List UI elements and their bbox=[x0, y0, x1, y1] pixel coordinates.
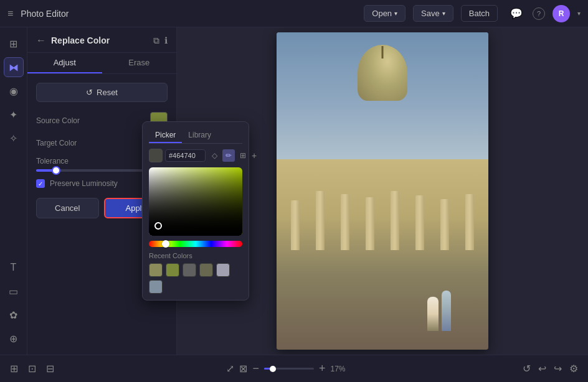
hue-slider[interactable] bbox=[149, 241, 242, 247]
source-color-label: Source Color bbox=[36, 116, 80, 125]
zoom-slider-thumb[interactable] bbox=[270, 366, 276, 372]
recent-colors-label: Recent Colors bbox=[149, 252, 242, 259]
tab-adjust[interactable]: Adjust bbox=[27, 53, 102, 73]
add-color-icon[interactable]: + bbox=[252, 151, 257, 161]
preserve-luminosity-checkbox[interactable]: ✓ bbox=[36, 179, 45, 188]
column-4 bbox=[366, 197, 374, 250]
tab-erase[interactable]: Erase bbox=[102, 53, 177, 73]
redo-icon[interactable]: ↪ bbox=[554, 363, 562, 375]
target-color-label: Target Color bbox=[36, 139, 77, 147]
recent-color-6[interactable] bbox=[149, 280, 163, 294]
sidebar-item-layers[interactable]: ⊞ bbox=[4, 34, 24, 54]
tolerance-label: Tolerance bbox=[36, 157, 69, 165]
settings-icon[interactable]: ⚙ bbox=[569, 363, 578, 375]
column-5 bbox=[391, 191, 399, 250]
open-button[interactable]: Open ▾ bbox=[364, 5, 405, 22]
reset-icon: ↺ bbox=[86, 88, 93, 97]
batch-button[interactable]: Batch bbox=[461, 5, 498, 22]
zoom-out-button[interactable]: − bbox=[252, 362, 259, 375]
undo-icon[interactable]: ↩ bbox=[538, 363, 546, 375]
picker-preview bbox=[149, 149, 163, 162]
sidebar-item-stamp[interactable]: ⊕ bbox=[4, 328, 24, 348]
zoom-slider[interactable] bbox=[264, 368, 314, 370]
topbar: ≡ Photo Editor Open ▾ Save ▾ Batch 💬 ? R… bbox=[0, 0, 588, 27]
hex-input[interactable] bbox=[165, 149, 206, 162]
column-1 bbox=[291, 200, 300, 250]
info-icon[interactable]: ℹ bbox=[164, 35, 168, 46]
color-picker-popup: Picker Library ◇ ✏ ⊞ + Recent Colors bbox=[142, 121, 249, 300]
dome bbox=[358, 45, 407, 101]
main-area: ⊞ ⧓ ◉ ✦ ✧ T ▭ ✿ ⊕ ← Replace Color ⧉ ℹ Ad… bbox=[0, 27, 588, 355]
chat-icon[interactable]: 💬 bbox=[510, 7, 523, 19]
zoom-controls: ⤢ ⊠ − + 17% bbox=[226, 362, 350, 375]
column-2 bbox=[316, 191, 325, 250]
sidebar-item-effects[interactable]: ✿ bbox=[4, 305, 24, 325]
save-button[interactable]: Save ▾ bbox=[413, 5, 453, 22]
grid-tool-icon[interactable]: ⊟ bbox=[46, 363, 54, 375]
icon-sidebar: ⊞ ⧓ ◉ ✦ ✧ T ▭ ✿ ⊕ bbox=[0, 27, 27, 355]
panel-header: ← Replace Color ⧉ ℹ bbox=[27, 27, 176, 53]
avatar[interactable]: R bbox=[552, 5, 570, 22]
hue-slider-thumb[interactable] bbox=[162, 240, 169, 248]
recent-color-4[interactable] bbox=[199, 263, 213, 277]
sidebar-item-brush[interactable]: ✦ bbox=[4, 105, 24, 124]
picker-tabs: Picker Library bbox=[149, 128, 242, 144]
aspect-icon[interactable]: ⊠ bbox=[239, 363, 247, 375]
preserve-luminosity-label: Preserve Luminosity bbox=[50, 179, 118, 188]
dome-cross bbox=[382, 46, 384, 58]
bottom-right-tools: ↺ ↩ ↪ ⚙ bbox=[523, 363, 578, 375]
photo-container bbox=[277, 32, 488, 350]
column-8 bbox=[465, 194, 474, 250]
fit-icon[interactable]: ⤢ bbox=[226, 363, 234, 375]
zoom-in-button[interactable]: + bbox=[319, 362, 326, 375]
tolerance-slider-thumb[interactable] bbox=[52, 166, 60, 175]
person-1 bbox=[427, 297, 439, 331]
column-7 bbox=[440, 199, 449, 250]
recent-color-5[interactable] bbox=[216, 263, 230, 277]
sidebar-item-text[interactable]: T bbox=[4, 258, 24, 277]
sidebar-item-eye[interactable]: ◉ bbox=[4, 81, 24, 101]
avatar-chevron-icon[interactable]: ▾ bbox=[577, 10, 581, 17]
column-6 bbox=[415, 195, 424, 250]
sidebar-item-shape[interactable]: ▭ bbox=[4, 281, 24, 301]
cancel-button[interactable]: Cancel bbox=[36, 198, 99, 218]
panel-tabs: Adjust Erase bbox=[27, 53, 176, 74]
topbar-icons: 💬 ? bbox=[510, 7, 545, 20]
recent-colors-row bbox=[149, 263, 242, 294]
recent-color-1[interactable] bbox=[149, 263, 163, 277]
picker-tab-picker[interactable]: Picker bbox=[149, 128, 182, 143]
recent-color-3[interactable] bbox=[183, 263, 196, 277]
sidebar-item-adjustments[interactable]: ⧓ bbox=[4, 57, 24, 77]
person-2 bbox=[442, 291, 451, 331]
bottom-bar: ⊞ ⊡ ⊟ ⤢ ⊠ − + 17% ↺ ↩ ↪ ⚙ bbox=[0, 355, 588, 382]
crop-tool-icon[interactable]: ⊡ bbox=[28, 363, 36, 375]
photo-image bbox=[277, 32, 488, 350]
building bbox=[277, 159, 488, 350]
reset-button[interactable]: ↺ Reset bbox=[36, 83, 168, 102]
recent-color-2[interactable] bbox=[166, 263, 179, 277]
people bbox=[427, 291, 451, 331]
dropper-inactive-icon[interactable]: ◇ bbox=[208, 149, 220, 162]
picker-tab-library[interactable]: Library bbox=[182, 128, 217, 143]
zoom-value: 17% bbox=[331, 365, 351, 373]
save-chevron-icon: ▾ bbox=[442, 10, 445, 17]
layers-tool-icon[interactable]: ⊞ bbox=[10, 363, 18, 375]
help-icon[interactable]: ? bbox=[533, 7, 545, 20]
menu-icon[interactable]: ≡ bbox=[7, 8, 13, 19]
grid-icon[interactable]: ⊞ bbox=[237, 149, 249, 162]
columns bbox=[277, 191, 488, 250]
gradient-cursor[interactable] bbox=[154, 222, 162, 230]
panel-title: Replace Color bbox=[51, 35, 148, 45]
bottom-left-tools: ⊞ ⊡ ⊟ bbox=[10, 363, 54, 375]
sidebar-item-wand[interactable]: ✧ bbox=[4, 128, 24, 148]
app-title: Photo Editor bbox=[21, 9, 69, 19]
open-chevron-icon: ▾ bbox=[394, 10, 397, 17]
color-gradient[interactable] bbox=[149, 167, 242, 236]
column-3 bbox=[341, 194, 349, 250]
copy-icon[interactable]: ⧉ bbox=[153, 35, 159, 46]
history-icon[interactable]: ↺ bbox=[523, 363, 531, 375]
panel-header-icons: ⧉ ℹ bbox=[153, 35, 168, 46]
dropper-active-icon[interactable]: ✏ bbox=[222, 149, 235, 162]
picker-top-row: ◇ ✏ ⊞ + bbox=[149, 149, 242, 162]
back-button[interactable]: ← bbox=[36, 35, 46, 46]
